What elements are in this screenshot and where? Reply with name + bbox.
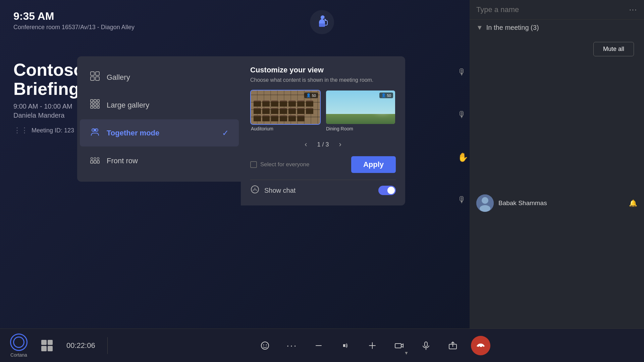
svg-point-27 <box>255 188 256 189</box>
svg-rect-11 <box>91 103 93 105</box>
top-left-info: 9:35 AM Conference room 16537/Av/13 - Di… <box>13 10 135 31</box>
svg-rect-10 <box>97 100 99 102</box>
cortana-circle-icon <box>10 334 28 351</box>
svg-rect-36 <box>395 344 401 348</box>
action-row: Select for everyone Apply <box>250 156 396 173</box>
page-info: 1 / 3 <box>317 141 329 148</box>
svg-rect-6 <box>91 77 94 80</box>
gallery-view-button[interactable] <box>38 337 56 354</box>
svg-rect-22 <box>97 161 99 163</box>
svg-point-30 <box>266 344 267 345</box>
participant-item: Babak Shammas 🔔 <box>470 190 644 217</box>
active-check-icon: ✓ <box>222 128 229 138</box>
front-row-label: Front row <box>107 157 138 165</box>
svg-rect-12 <box>94 103 96 105</box>
select-everyone-row: Select for everyone <box>250 161 346 168</box>
in-meeting-header: ▼ In the meeting (3) <box>470 20 644 36</box>
select-everyone-checkbox[interactable] <box>250 161 257 168</box>
chevron-down-icon: ▼ <box>476 24 483 32</box>
mic-icons-column: 🎙 🎙 ✋ 🎙 <box>458 67 468 205</box>
svg-rect-21 <box>94 161 96 163</box>
svg-rect-16 <box>97 106 99 108</box>
svg-rect-14 <box>91 106 93 108</box>
apply-button[interactable]: Apply <box>351 156 396 173</box>
svg-rect-9 <box>94 100 96 102</box>
camera-button[interactable]: ▼ <box>390 337 408 354</box>
svg-rect-20 <box>91 161 93 163</box>
next-page-button[interactable]: › <box>336 139 345 150</box>
svg-point-28 <box>261 342 269 349</box>
dining-room-label: Dining Room <box>325 125 396 133</box>
search-bar[interactable]: ··· <box>470 0 644 20</box>
auditorium-badge: 👤50 <box>304 93 318 98</box>
scene-auditorium[interactable]: 👤50 Auditorium <box>250 90 321 133</box>
scene-pagination: ‹ 1 / 3 › <box>250 139 396 150</box>
in-meeting-label: In the meeting (3) <box>486 24 539 32</box>
svg-point-26 <box>251 186 259 193</box>
svg-point-1 <box>321 16 324 19</box>
more-actions-button[interactable]: ··· <box>283 337 301 354</box>
gallery-grid-icon <box>41 340 53 351</box>
volume-button[interactable] <box>337 337 354 354</box>
scene-dining-room[interactable]: 👤50 Dining Room <box>325 90 396 133</box>
view-option-front-row[interactable]: Front row <box>80 147 239 174</box>
svg-point-2 <box>482 197 488 204</box>
large-gallery-icon <box>90 99 100 111</box>
participant-name: Babak Shammas <box>498 199 624 207</box>
raised-hand-icon: ✋ <box>458 152 468 163</box>
camera-chevron-icon: ▼ <box>404 350 409 356</box>
bottom-toolbar: Cortana 00:22:06 ··· <box>0 328 644 362</box>
dining-room-badge: 👤50 <box>379 93 393 98</box>
teams-logo <box>310 10 334 36</box>
svg-rect-7 <box>96 77 99 80</box>
svg-point-23 <box>91 158 93 160</box>
mic-icon-3: 🎙 <box>458 195 468 205</box>
svg-point-24 <box>94 158 96 160</box>
chat-icon <box>250 185 260 196</box>
svg-rect-8 <box>91 100 93 102</box>
prev-page-button[interactable]: ‹ <box>301 139 310 150</box>
add-button[interactable] <box>364 337 381 354</box>
svg-rect-37 <box>425 342 427 347</box>
view-option-large-gallery[interactable]: Large gallery <box>80 92 239 119</box>
customize-title: Customize your view <box>250 66 396 74</box>
mic-icon-2: 🎙 <box>458 110 468 120</box>
cortana-label: Cortana <box>10 352 27 358</box>
room-info: Conference room 16537/Av/13 - Diagon All… <box>13 24 135 31</box>
svg-rect-15 <box>94 106 96 108</box>
show-chat-row: Show chat <box>250 180 396 196</box>
show-chat-toggle[interactable] <box>378 186 396 195</box>
svg-point-29 <box>263 344 264 345</box>
participants-panel: ··· ▼ In the meeting (3) Mute all Babak … <box>470 0 644 362</box>
mic-button[interactable] <box>417 337 435 354</box>
together-mode-icon <box>90 127 100 139</box>
svg-rect-35 <box>369 345 376 346</box>
cortana-button[interactable]: Cortana <box>10 334 28 358</box>
scene-thumbnails: 👤50 Auditorium 👤50 Dining Room <box>250 90 396 133</box>
avatar <box>476 194 494 212</box>
mute-all-button[interactable]: Mute all <box>593 42 634 56</box>
share-button[interactable] <box>444 337 462 354</box>
auditorium-label: Auditorium <box>250 125 321 133</box>
view-options-panel: Gallery Large gallery <box>77 56 241 182</box>
current-time: 9:35 AM <box>13 10 135 22</box>
view-option-gallery[interactable]: Gallery <box>80 64 239 91</box>
gallery-label: Gallery <box>107 73 130 82</box>
participant-bell-icon: 🔔 <box>629 199 637 207</box>
reactions-button[interactable] <box>256 337 274 354</box>
customize-subtitle: Choose what content is shown in the meet… <box>250 77 396 83</box>
gallery-icon <box>90 71 100 83</box>
end-call-button[interactable] <box>471 336 490 355</box>
call-timer: 00:22:06 <box>66 341 95 350</box>
toolbar-center-controls: ··· ▼ <box>113 336 634 355</box>
select-everyone-label: Select for everyone <box>260 161 309 168</box>
minimize-button[interactable] <box>310 337 327 354</box>
svg-rect-13 <box>97 103 99 105</box>
show-chat-label: Show chat <box>264 187 374 194</box>
more-options-btn[interactable]: ··· <box>629 5 637 14</box>
view-option-together-mode[interactable]: Together mode ✓ <box>80 119 239 146</box>
large-gallery-label: Large gallery <box>107 101 149 110</box>
mic-icon-1: 🎙 <box>458 67 468 77</box>
search-input[interactable] <box>476 5 625 14</box>
toolbar-separator <box>107 337 108 354</box>
